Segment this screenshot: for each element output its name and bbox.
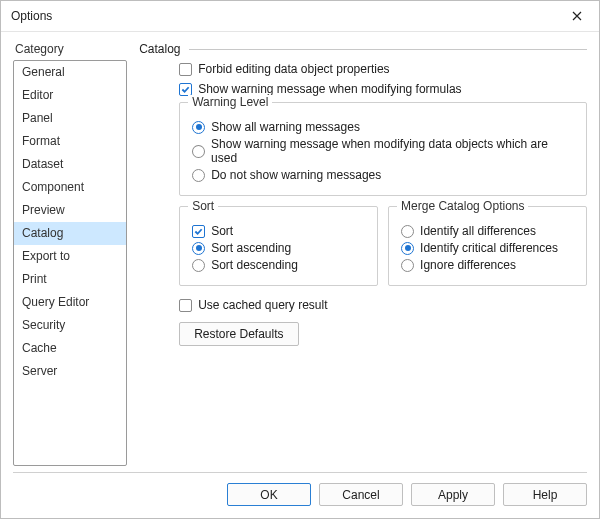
sort-checkbox[interactable]: Sort	[192, 224, 365, 238]
cancel-button[interactable]: Cancel	[319, 483, 403, 506]
warning-level-option-2-label: Do not show warning messages	[211, 168, 381, 182]
warning-level-option-0-label: Show all warning messages	[211, 120, 360, 134]
category-item[interactable]: Security	[14, 314, 126, 337]
merge-option-0-label: Identify all differences	[420, 224, 536, 238]
forbid-editing-checkbox[interactable]: Forbid editing data object properties	[179, 62, 587, 76]
ok-button[interactable]: OK	[227, 483, 311, 506]
category-item[interactable]: Dataset	[14, 153, 126, 176]
merge-catalog-legend: Merge Catalog Options	[397, 199, 528, 213]
category-item[interactable]: Panel	[14, 107, 126, 130]
help-button[interactable]: Help	[503, 483, 587, 506]
show-warning-checkbox[interactable]: Show warning message when modifying form…	[179, 82, 587, 96]
category-item[interactable]: Query Editor	[14, 291, 126, 314]
merge-option-0[interactable]: Identify all differences	[401, 224, 574, 238]
merge-option-2[interactable]: Ignore differences	[401, 258, 574, 272]
sort-ascending-radio[interactable]: Sort ascending	[192, 241, 365, 255]
category-item[interactable]: Server	[14, 360, 126, 383]
close-icon	[572, 11, 582, 21]
category-item[interactable]: Preview	[14, 199, 126, 222]
merge-catalog-group: Merge Catalog Options Identify all diffe…	[388, 206, 587, 286]
category-item[interactable]: Editor	[14, 84, 126, 107]
close-button[interactable]	[555, 1, 599, 31]
forbid-editing-label: Forbid editing data object properties	[198, 62, 389, 76]
restore-defaults-button[interactable]: Restore Defaults	[179, 322, 298, 346]
sort-group: Sort Sort Sort ascending Sort descending	[179, 206, 378, 286]
category-list[interactable]: GeneralEditorPanelFormatDatasetComponent…	[13, 60, 127, 466]
title-bar: Options	[1, 1, 599, 32]
sort-label: Sort	[211, 224, 233, 238]
use-cached-checkbox[interactable]: Use cached query result	[179, 298, 587, 312]
use-cached-label: Use cached query result	[198, 298, 327, 312]
category-item[interactable]: Print	[14, 268, 126, 291]
title-divider	[189, 49, 587, 50]
dialog-footer: OK Cancel Apply Help	[1, 473, 599, 518]
warning-level-option-0[interactable]: Show all warning messages	[192, 120, 574, 134]
category-item[interactable]: Export to	[14, 245, 126, 268]
warning-level-group: Warning Level Show all warning messagesS…	[179, 102, 587, 196]
sort-descending-label: Sort descending	[211, 258, 298, 272]
category-item[interactable]: Component	[14, 176, 126, 199]
merge-option-2-label: Ignore differences	[420, 258, 516, 272]
apply-button[interactable]: Apply	[411, 483, 495, 506]
warning-level-option-1[interactable]: Show warning message when modifying data…	[192, 137, 574, 165]
merge-option-1[interactable]: Identify critical differences	[401, 241, 574, 255]
warning-level-option-1-label: Show warning message when modifying data…	[211, 137, 574, 165]
show-warning-label: Show warning message when modifying form…	[198, 82, 461, 96]
warning-level-option-2[interactable]: Do not show warning messages	[192, 168, 574, 182]
window-title: Options	[11, 9, 52, 23]
category-heading: Category	[13, 42, 127, 60]
category-item[interactable]: Cache	[14, 337, 126, 360]
category-item[interactable]: Catalog	[14, 222, 126, 245]
warning-level-legend: Warning Level	[188, 95, 272, 109]
category-item[interactable]: General	[14, 61, 126, 84]
category-item[interactable]: Format	[14, 130, 126, 153]
page-title: Catalog	[139, 42, 180, 56]
sort-descending-radio[interactable]: Sort descending	[192, 258, 365, 272]
sort-ascending-label: Sort ascending	[211, 241, 291, 255]
sort-legend: Sort	[188, 199, 218, 213]
merge-option-1-label: Identify critical differences	[420, 241, 558, 255]
